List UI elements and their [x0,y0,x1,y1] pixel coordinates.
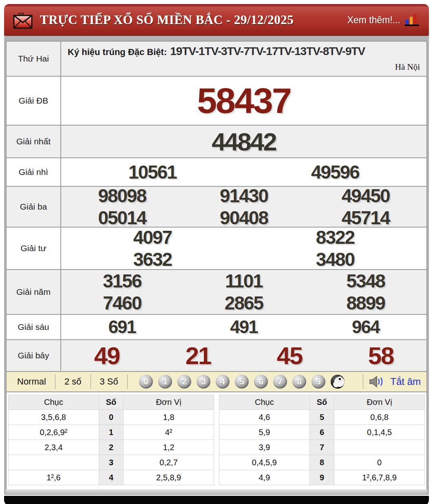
digit-cell: 1 [99,425,123,440]
table-row: 1²,642,5,8,9 [9,470,214,485]
prize-label-2: Giải nhì [7,158,61,186]
units-cell: 1²,6,7,8,9 [334,470,425,485]
info-content: Ký hiệu trúng Đặc Biệt: 19TV-1TV-3TV-7TV… [61,42,426,76]
table-row: 30,2,7 [9,455,214,470]
ball-5[interactable]: 5 [235,375,249,389]
digit-cell: 7 [309,440,334,455]
prize-number: 4097 [61,226,244,248]
ball-2[interactable]: 2 [177,375,191,389]
table-row: 4,650,6,8 [219,410,425,425]
prize-number: 44842 [61,127,426,156]
prize-row-db: Giải ĐB58437 [7,77,426,126]
see-more-label[interactable]: Xem thêm!... [347,15,400,26]
mode-button-3[interactable]: 3 Số [95,376,123,387]
table-row: 4,991²,6,7,8,9 [219,470,425,485]
tens-cell: 4,9 [219,470,310,485]
ball-9[interactable]: 9 [311,375,325,389]
table-row: 0,4,5,980 [219,455,425,470]
prize-content-2: 1056149596 [61,158,426,186]
see-more-link[interactable]: Xem thêm!... [347,13,420,27]
prize-number-line: 44842 [61,126,426,157]
page-title: TRỰC TIẾP XỔ SỐ MIỀN BẮC - 29/12/2025 [40,13,294,27]
units-cell: 0,1,4,5 [334,425,425,440]
special-sign-codes: 19TV-1TV-3TV-7TV-17TV-13TV-8TV-9TV [170,45,365,58]
info-row: Thứ Hai Ký hiệu trúng Đặc Biệt: 19TV-1TV… [7,42,426,77]
prize-number: 49 [61,342,152,370]
prize-number: 3480 [244,248,426,270]
digit-cell: 4 [99,470,123,485]
toolbar-balls: 0123456789 [139,375,355,389]
summary-header-row: ChụcSốĐơn Vị [219,395,425,410]
special-sign-label: Ký hiệu trúng Đặc Biệt: [68,47,167,57]
prize-number-line: 58437 [61,77,426,125]
units-cell: 4² [124,425,214,440]
units-cell: 0,2,7 [124,455,214,470]
summary-header-units: Đơn Vị [124,395,214,410]
prize-number: 8322 [244,226,426,248]
tens-cell: 3,9 [219,440,310,455]
digit-cell: 6 [309,425,334,440]
summary-table-left: ChụcSốĐơn Vị3,5,6,801,80,2,6,9²14²2,3,42… [8,395,214,485]
prize-content-6: 691491964 [61,315,426,339]
tens-cell [9,455,99,470]
prize-number: 964 [305,317,426,337]
prize-number: 5348 [305,270,426,292]
ball-8[interactable]: 8 [292,375,306,389]
prize-row-6: Giải sáu691491964 [7,315,426,340]
province-label: Hà Nội [68,62,420,72]
footer-black-bar [4,496,429,504]
ball-1[interactable]: 1 [158,375,172,389]
widget-body: Thứ Hai Ký hiệu trúng Đặc Biệt: 19TV-1TV… [4,36,429,495]
prize-label-5: Giải năm [7,270,61,314]
tens-cell: 4,6 [219,410,310,425]
units-cell: 0,6,8 [334,410,425,425]
prize-number-line: 980989143049450 [61,185,426,207]
toolbar-divider2 [363,374,363,389]
bar-chart-icon[interactable] [404,13,420,27]
digit-cell: 9 [309,470,334,485]
prize-label-6: Giải sáu [7,315,61,339]
prize-number-line: 746028658899 [61,292,426,314]
digit-cell: 3 [99,455,123,470]
prize-row-4: Giải tư4097832236323480 [7,228,426,270]
prize-number: 45 [244,342,335,370]
prize-number-line: 050149040845714 [61,207,426,229]
digit-cell: 2 [99,440,123,455]
prize-label-db: Giải ĐB [7,77,61,125]
tens-cell: 0,4,5,9 [219,455,310,470]
prize-rows: Giải ĐB58437Giải nhất44842Giải nhì105614… [7,77,426,372]
table-row: 3,97 [219,440,425,455]
units-cell: 1,8 [124,410,214,425]
ball-4[interactable]: 4 [216,375,230,389]
toolbar-modes: Normal2 số3 Số [12,374,123,389]
mode-button-1[interactable]: Normal [12,376,51,387]
tens-cell: 3,5,6,8 [9,410,99,425]
prize-number: 3632 [61,248,244,270]
yin-yang-icon[interactable] [331,375,345,389]
units-cell: 1,2 [124,440,214,455]
summary-header-units: Đơn Vị [334,395,425,410]
prize-number: 3156 [61,270,183,292]
digit-cell: 0 [99,410,123,425]
prize-number: 90408 [183,207,305,229]
prize-number: 05014 [61,207,183,229]
prize-number: 1101 [183,270,305,292]
tens-cell: 2,3,4 [9,440,99,455]
summary-header-row: ChụcSốĐơn Vị [9,395,214,410]
ball-7[interactable]: 7 [273,375,287,389]
mode-button-2[interactable]: 2 số [60,376,86,387]
speaker-icon[interactable] [369,375,386,388]
prize-number: 58 [335,342,426,370]
prize-row-5: Giải năm315611015348746028658899 [7,270,426,315]
ball-6[interactable]: 6 [254,375,268,389]
mute-button[interactable]: Tắt âm [390,376,421,387]
ball-3[interactable]: 3 [197,375,210,389]
prize-number-line: 315611015348 [61,270,426,292]
prize-content-1: 44842 [61,126,426,157]
prize-label-3: Giải ba [7,187,61,227]
toolbar-divider [127,374,128,389]
footer-gray-strip [6,489,427,495]
lottery-widget: TRỰC TIẾP XỔ SỐ MIỀN BẮC - 29/12/2025 Xe… [4,4,429,504]
ball-0[interactable]: 0 [139,375,153,389]
prize-number-line: 36323480 [61,248,426,270]
